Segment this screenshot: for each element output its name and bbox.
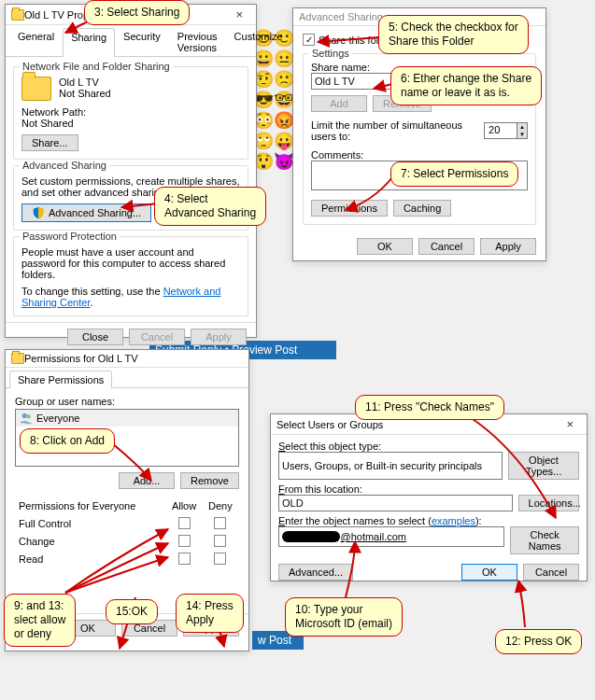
window-title: Advanced Sharing (299, 11, 383, 22)
limit-label: Limit the number of simultaneous users t… (311, 119, 478, 142)
tab-security[interactable]: Security (115, 27, 169, 56)
remove-user-button[interactable]: Remove (180, 472, 239, 489)
group-title: Password Protection (20, 231, 120, 242)
cancel-button: Cancel (129, 329, 185, 345)
shield-icon (32, 206, 45, 219)
checkbox-icon: ✓ (303, 34, 315, 46)
perm-row-change: Change (17, 533, 237, 549)
tabs: General Sharing Security Previous Versio… (6, 27, 256, 57)
callout-8: 8: Click on Add (20, 428, 115, 454)
share-button[interactable]: Share... (21, 134, 78, 151)
svg-point-1 (26, 414, 30, 418)
tabs: Share Permissions (6, 370, 248, 388)
location-label: From this location: (278, 483, 579, 495)
tab-share-permissions[interactable]: Share Permissions (9, 371, 112, 388)
deny-checkbox[interactable] (214, 535, 226, 547)
enter-label-a: Enter the object names to select ( (278, 515, 432, 526)
cancel-button[interactable]: Cancel (418, 238, 475, 255)
permissions-for-label: Permissions for Everyone (17, 498, 164, 513)
perm-row-full-control: Full Control (17, 515, 237, 531)
select-users-window: Select Users or Groups × Select this obj… (270, 413, 588, 581)
cancel-button[interactable]: Cancel (523, 564, 579, 581)
network-path-label: Network Path: (21, 106, 240, 118)
object-names-input[interactable]: x@hotmail.com (278, 526, 504, 547)
tab-sharing[interactable]: Sharing (63, 28, 115, 57)
object-types-button[interactable]: Object Types... (508, 452, 579, 480)
perm-row-read: Read (17, 551, 237, 567)
apply-button: Apply (191, 329, 247, 345)
share-name: Old L TV (59, 77, 111, 88)
apply-button[interactable]: Apply (480, 238, 536, 255)
chevron-up-icon[interactable]: ▲ (517, 123, 527, 131)
examples-link[interactable]: examples (432, 515, 475, 526)
allow-header: Allow (166, 498, 201, 513)
pwd-line1: People must have a user account and pass… (21, 246, 240, 280)
callout-7: 7: Select Permissions (390, 161, 518, 187)
folder-icon (11, 9, 24, 21)
dialog-buttons: OK Cancel Apply (293, 232, 545, 260)
allow-checkbox[interactable] (178, 517, 191, 529)
callout-5: 5: Check the checkbox for Share this Fol… (378, 15, 529, 54)
folder-icon (11, 353, 24, 364)
password-protection-group: Password Protection People must have a u… (13, 236, 248, 316)
dialog-buttons: Close Cancel Apply (6, 322, 256, 351)
list-item-everyone[interactable]: Everyone (16, 410, 238, 427)
close-icon[interactable]: × (559, 417, 581, 431)
group-user-names-label: Group or user names: (15, 396, 239, 407)
window-title: Permissions for Old L TV (24, 353, 138, 364)
network-path-value: Not Shared (21, 118, 240, 129)
callout-10: 10: Type your Microsoft ID (email) (285, 597, 403, 637)
window-title: Select Users or Groups (276, 419, 383, 430)
pwd-line2a: To change this setting, use the (21, 286, 163, 297)
deny-checkbox[interactable] (214, 553, 226, 565)
locations-button[interactable]: Locations... (518, 495, 579, 511)
callout-14: 14: Press Apply (176, 594, 244, 633)
redacted: x (282, 531, 340, 542)
allow-checkbox[interactable] (178, 553, 191, 565)
tab-customize[interactable]: Customize (226, 27, 291, 56)
ok-button[interactable]: OK (461, 564, 517, 581)
properties-window: Old L TV Properties × General Sharing Se… (5, 4, 257, 338)
check-names-button[interactable]: Check Names (510, 526, 579, 554)
callout-3: 3: Select Sharing (84, 0, 190, 25)
add-share-button: Add (311, 95, 367, 112)
callout-4: 4: Select Advanced Sharing (154, 187, 266, 226)
folder-icon-large (21, 77, 51, 101)
permissions-table: Permissions for Everyone Allow Deny Full… (15, 497, 239, 568)
network-file-sharing-group: Network File and Folder Sharing Old L TV… (13, 66, 248, 160)
share-state: Not Shared (59, 88, 111, 99)
group-title: Network File and Folder Sharing (20, 61, 173, 72)
add-user-button[interactable]: Add... (119, 472, 175, 489)
users-icon (20, 412, 33, 425)
advanced-button[interactable]: Advanced... (278, 564, 353, 581)
chevron-down-icon[interactable]: ▼ (517, 131, 527, 138)
close-button[interactable]: Close (67, 329, 123, 345)
callout-11: 11: Press "Check Names" (355, 395, 504, 420)
location-input[interactable] (278, 495, 513, 511)
limit-spinner[interactable]: 20 ▲▼ (484, 122, 528, 139)
comments-label: Comments: (311, 149, 528, 161)
svg-point-0 (22, 413, 27, 418)
object-type-label: Select this object type: (278, 441, 579, 452)
callout-9: 9: and 13: slect allow or deny (4, 594, 76, 647)
group-title: Advanced Sharing (20, 160, 109, 171)
titlebar: Permissions for Old L TV (6, 350, 248, 368)
close-icon[interactable]: × (228, 7, 250, 21)
ok-button[interactable]: OK (357, 238, 413, 255)
group-title: Settings (309, 48, 352, 59)
callout-6: 6: Ether change the Share name or leave … (390, 66, 542, 105)
callout-12: 12: Press OK (495, 629, 582, 654)
advanced-sharing-button[interactable]: Advanced Sharing... (21, 203, 151, 222)
object-type-input[interactable] (278, 452, 503, 480)
deny-checkbox[interactable] (214, 517, 226, 529)
tab-general[interactable]: General (9, 27, 63, 56)
allow-checkbox[interactable] (178, 535, 191, 547)
caching-button[interactable]: Caching (393, 200, 451, 217)
permissions-button[interactable]: Permissions (311, 200, 388, 217)
deny-header: Deny (204, 498, 237, 513)
enter-label-b: ): (475, 515, 482, 526)
tab-previous-versions[interactable]: Previous Versions (169, 27, 226, 56)
callout-15: 15:OK (106, 599, 158, 624)
